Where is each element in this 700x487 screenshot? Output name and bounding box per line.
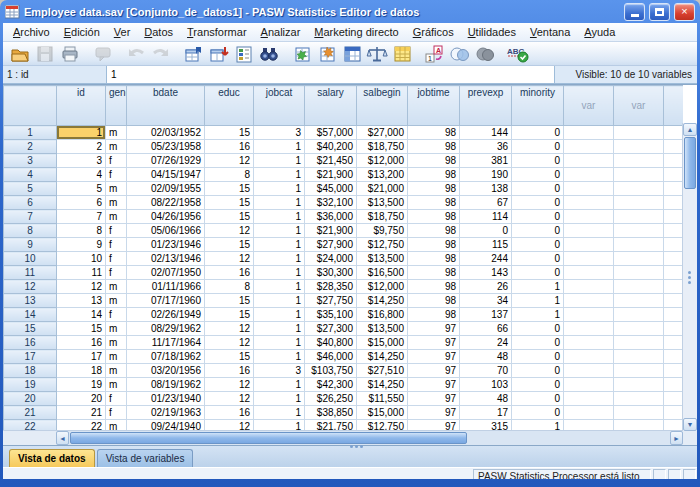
cell[interactable]: 04/15/1947 <box>127 168 205 182</box>
cell[interactable]: 21 <box>57 406 106 420</box>
cell[interactable]: 12 <box>205 224 254 238</box>
cell[interactable]: 1 <box>254 238 305 252</box>
cell-empty-var[interactable] <box>564 336 614 350</box>
cell[interactable]: f <box>106 308 127 322</box>
cell[interactable]: 0 <box>512 238 564 252</box>
menu-edici-n[interactable]: Edición <box>57 25 107 39</box>
cell[interactable]: m <box>106 126 127 140</box>
cell[interactable]: 15 <box>205 126 254 140</box>
cell[interactable]: 15 <box>205 182 254 196</box>
cell-empty-var[interactable] <box>564 168 614 182</box>
pane-splitter-dots-vertical[interactable] <box>687 269 692 286</box>
toolbar-insert-variable-button[interactable] <box>314 43 339 64</box>
column-header-bdate[interactable]: bdate <box>127 86 205 126</box>
cell[interactable]: m <box>106 140 127 154</box>
cell[interactable]: 02/19/1963 <box>127 406 205 420</box>
cell[interactable]: 8 <box>57 224 106 238</box>
cell[interactable]: 02/09/1955 <box>127 182 205 196</box>
cell[interactable]: m <box>106 196 127 210</box>
cell[interactable]: 1 <box>512 308 564 322</box>
cell[interactable]: $18,750 <box>357 140 408 154</box>
cell[interactable]: 12 <box>205 336 254 350</box>
cell[interactable]: $32,100 <box>305 196 357 210</box>
cell[interactable]: 1 <box>254 308 305 322</box>
cell[interactable]: $21,450 <box>305 154 357 168</box>
row-header[interactable]: 10 <box>4 252 57 266</box>
cell[interactable]: $24,000 <box>305 252 357 266</box>
row-header[interactable]: 15 <box>4 322 57 336</box>
cell-editor-input[interactable] <box>107 66 555 83</box>
cell[interactable]: 1 <box>254 224 305 238</box>
cell[interactable]: 16 <box>205 406 254 420</box>
cell[interactable]: 18 <box>57 364 106 378</box>
cell[interactable]: 08/29/1962 <box>127 322 205 336</box>
cell-empty-var[interactable] <box>564 224 614 238</box>
cell[interactable]: 02/03/1952 <box>127 126 205 140</box>
scroll-left-button[interactable]: ◄ <box>56 431 69 445</box>
cell-empty-var[interactable] <box>614 322 664 336</box>
cell[interactable]: 01/11/1966 <box>127 280 205 294</box>
cell[interactable]: 02/07/1950 <box>127 266 205 280</box>
cell[interactable]: 11 <box>57 266 106 280</box>
row-header[interactable]: 1 <box>4 126 57 140</box>
cell[interactable]: f <box>106 406 127 420</box>
cell[interactable]: 6 <box>57 196 106 210</box>
cell[interactable]: 1 <box>254 252 305 266</box>
cell[interactable]: 11/17/1964 <box>127 336 205 350</box>
cell[interactable]: 98 <box>408 294 460 308</box>
cell[interactable]: 1 <box>254 378 305 392</box>
maximize-button[interactable] <box>649 3 670 21</box>
row-header[interactable]: 21 <box>4 406 57 420</box>
cell-empty-var[interactable] <box>564 308 614 322</box>
scroll-up-button[interactable]: ▲ <box>683 123 697 136</box>
cell[interactable]: 02/13/1946 <box>127 252 205 266</box>
cell[interactable]: 1 <box>254 322 305 336</box>
cell[interactable]: m <box>106 364 127 378</box>
toolbar-open-data-button[interactable] <box>7 43 32 64</box>
cell-empty-var[interactable] <box>564 322 614 336</box>
row-header[interactable]: 5 <box>4 182 57 196</box>
cell[interactable]: 0 <box>512 336 564 350</box>
cell[interactable]: 98 <box>408 168 460 182</box>
cell[interactable]: 1 <box>254 210 305 224</box>
cell[interactable]: 70 <box>460 364 512 378</box>
cell-empty-var[interactable] <box>614 266 664 280</box>
cell[interactable]: 01/23/1946 <box>127 238 205 252</box>
cell[interactable]: 07/18/1962 <box>127 350 205 364</box>
cell[interactable]: 15 <box>205 308 254 322</box>
row-header[interactable]: 13 <box>4 294 57 308</box>
cell[interactable]: f <box>106 266 127 280</box>
minimize-button[interactable] <box>624 3 645 21</box>
cell[interactable]: $15,000 <box>357 336 408 350</box>
horizontal-scrollbar[interactable]: ◄ ► <box>56 430 683 445</box>
cell[interactable]: 98 <box>408 238 460 252</box>
cell-empty-var[interactable] <box>614 364 664 378</box>
vertical-scrollbar[interactable]: ▲ ▼ <box>682 123 697 431</box>
cell[interactable]: $27,900 <box>305 238 357 252</box>
cell-empty-var[interactable] <box>614 406 664 420</box>
toolbar-select-cases-button[interactable] <box>389 43 414 64</box>
column-header-gender[interactable]: gender <box>106 86 127 126</box>
column-header-educ[interactable]: educ <box>205 86 254 126</box>
horizontal-scroll-thumb[interactable] <box>70 432 467 444</box>
cell[interactable]: 115 <box>460 238 512 252</box>
cell[interactable]: 02/26/1949 <box>127 308 205 322</box>
cell[interactable]: 12 <box>205 252 254 266</box>
cell-empty-var[interactable] <box>564 392 614 406</box>
cell[interactable]: 98 <box>408 196 460 210</box>
cell[interactable]: 1 <box>254 266 305 280</box>
cell[interactable]: $13,500 <box>357 252 408 266</box>
toolbar-show-all-variables-button[interactable] <box>472 43 497 64</box>
cell[interactable]: 1 <box>254 350 305 364</box>
column-header-minority[interactable]: minority <box>512 86 564 126</box>
cell[interactable]: 5 <box>57 182 106 196</box>
cell-empty-var[interactable] <box>564 406 614 420</box>
cell[interactable]: 97 <box>408 364 460 378</box>
cell-empty-var[interactable] <box>614 294 664 308</box>
menu-datos[interactable]: Datos <box>137 25 180 39</box>
cell[interactable]: 97 <box>408 406 460 420</box>
cell[interactable]: 0 <box>512 378 564 392</box>
cell[interactable]: $9,750 <box>357 224 408 238</box>
cell[interactable]: 98 <box>408 266 460 280</box>
cell[interactable]: 0 <box>512 196 564 210</box>
